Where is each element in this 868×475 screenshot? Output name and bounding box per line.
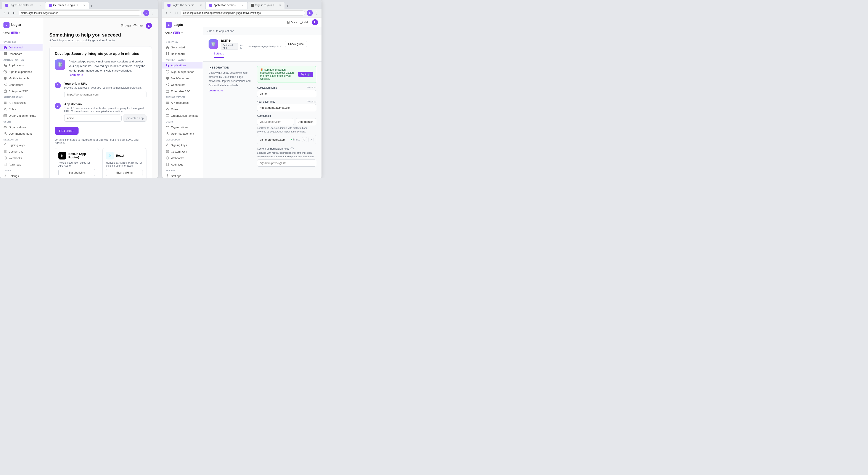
copy-app-id-button[interactable]: ⧉: [280, 45, 282, 48]
url-box-right[interactable]: cloud.logto.io/08fx8w/applications/0h9zg…: [180, 10, 305, 15]
sidebar-item-custom-jwt-left[interactable]: Custom JWT: [0, 148, 43, 155]
right-help-button[interactable]: Help: [300, 21, 309, 24]
refresh-btn-left[interactable]: ↻: [12, 10, 17, 15]
right-sidebar-item-audit[interactable]: Audit logs: [162, 161, 203, 168]
right-sidebar-item-custom-jwt[interactable]: Custom JWT: [162, 148, 203, 155]
sidebar-item-settings-left[interactable]: Settings: [0, 173, 43, 178]
docs-button-left[interactable]: Docs: [121, 24, 131, 28]
open-domain-button[interactable]: ↗: [308, 137, 313, 142]
right-tenant-badge[interactable]: Acme Prod ▼: [162, 31, 203, 37]
right-sidebar-label-api: API resources: [171, 101, 189, 104]
tab-close-left-2[interactable]: ✕: [83, 4, 85, 7]
sidebar-item-roles-left[interactable]: Roles: [0, 106, 43, 112]
right-sidebar-item-api[interactable]: API resources: [162, 99, 203, 106]
right-sidebar-item-settings[interactable]: Settings: [162, 173, 203, 178]
domain-input[interactable]: [64, 114, 122, 122]
help-label-left: Help: [137, 24, 143, 28]
custom-auth-rules-input[interactable]: [257, 160, 316, 167]
back-btn-left[interactable]: ‹: [3, 10, 5, 15]
tab-left-2[interactable]: Get started - Logto Cloud ✕: [45, 2, 89, 9]
help-button-left[interactable]: Help: [133, 24, 143, 28]
tab-right-3[interactable]: Sign in to your account ✕: [248, 2, 284, 9]
sidebar-label-get-started-left: Get started: [9, 46, 23, 49]
tab-settings[interactable]: Settings: [214, 50, 224, 58]
fast-create-button[interactable]: Fast create: [55, 127, 79, 135]
sidebar-item-applications-left[interactable]: Applications: [0, 62, 43, 68]
tab-left-1[interactable]: Logto: The better identity inf... ✕: [2, 2, 45, 9]
user-avatar-right[interactable]: L: [307, 10, 313, 16]
learn-more-link[interactable]: Learn more: [69, 73, 83, 76]
right-sidebar-item-dashboard[interactable]: Dashboard: [162, 50, 203, 57]
sidebar-item-enterprise-left[interactable]: Enterprise SSO: [0, 88, 43, 95]
integration-learn-more[interactable]: Learn more: [209, 89, 252, 92]
right-sidebar-item-orgs[interactable]: Organizations: [162, 124, 203, 130]
tab-close-left-1[interactable]: ✕: [39, 4, 41, 7]
right-sidebar-item-roles[interactable]: Roles: [162, 106, 203, 112]
svg-point-8: [6, 83, 6, 84]
refresh-btn-right[interactable]: ↻: [174, 10, 179, 15]
tab-close-right-1[interactable]: ✕: [200, 4, 202, 7]
connectors-icon-left: [3, 83, 7, 87]
sidebar-item-get-started-left[interactable]: Get started: [0, 44, 43, 50]
tenant-badge-left[interactable]: Acme Prod ▼: [0, 31, 43, 37]
start-building-next[interactable]: Start building: [58, 169, 95, 176]
sidebar-item-connectors-left[interactable]: Connectors: [0, 81, 43, 88]
right-sidebar-item-org-template[interactable]: Organization template: [162, 112, 203, 119]
right-sidebar-item-signin[interactable]: Sign-in experience: [162, 68, 203, 75]
right-user-avatar-top[interactable]: L: [312, 19, 318, 25]
right-sidebar-item-get-started[interactable]: Get started: [162, 44, 203, 50]
right-sidebar-item-signing[interactable]: Signing keys: [162, 142, 203, 148]
right-section-auth: AUTHENTICATION: [162, 57, 203, 62]
url-box-left[interactable]: cloud.logto.io/08fx8w/get-started: [18, 10, 142, 15]
try-it-button[interactable]: Try it 🔗: [298, 72, 313, 77]
back-to-applications-link[interactable]: ‹ Back to applications: [204, 27, 321, 35]
new-tab-button-left[interactable]: +: [89, 4, 94, 8]
app-name-input[interactable]: [257, 90, 316, 97]
sidebar-item-user-mgmt-left[interactable]: User management: [0, 130, 43, 137]
sidebar-label-org-template-left: Organization template: [9, 114, 36, 117]
sidebar-item-signing-left[interactable]: Signing keys: [0, 142, 43, 148]
tab-right-1[interactable]: Logto: The better identity inf... ✕: [164, 2, 205, 9]
add-domain-button[interactable]: Add domain: [296, 118, 316, 125]
sidebar-item-webhooks-left[interactable]: Webhooks: [0, 155, 43, 161]
tab-close-right-2[interactable]: ✕: [242, 4, 244, 7]
user-avatar-top-left[interactable]: L: [146, 23, 152, 29]
right-sidebar-item-user-mgmt[interactable]: User management: [162, 130, 203, 137]
forward-btn-right[interactable]: ›: [169, 10, 172, 15]
sidebar-item-api-left[interactable]: API resources: [0, 99, 43, 106]
menu-btn-left[interactable]: ⋮: [150, 10, 155, 16]
more-options-button[interactable]: ⋯: [309, 41, 316, 47]
tab-right-2[interactable]: Application details - Logto Cl... ✕: [206, 2, 247, 9]
right-docs-button[interactable]: Docs: [287, 21, 297, 24]
user-avatar-left[interactable]: L: [143, 10, 149, 16]
right-sidebar-item-mfa[interactable]: Multi-factor auth: [162, 75, 203, 81]
tab-close-right-3[interactable]: ✕: [279, 4, 281, 7]
step-1-row: 1 Your origin URL Provide the address of…: [55, 82, 147, 98]
origin-url-form-input[interactable]: [257, 104, 316, 111]
origin-url-input[interactable]: [64, 91, 147, 98]
sidebar-item-audit-left[interactable]: Audit logs: [0, 161, 43, 168]
right-sidebar-item-connectors[interactable]: Connectors: [162, 81, 203, 88]
sidebar-item-orgs-left[interactable]: Organizations: [0, 124, 43, 130]
check-guide-button[interactable]: Check guide: [285, 41, 307, 47]
sidebar-item-mfa-left[interactable]: Multi-factor auth: [0, 75, 43, 81]
right-sidebar-item-applications[interactable]: Applications: [162, 62, 203, 68]
app-meta: Protected App App ID 0h9zgiwzz0y0gd0to0y…: [221, 43, 282, 50]
right-mfa-icon: [166, 76, 169, 80]
right-sidebar-item-webhooks[interactable]: Webhooks: [162, 155, 203, 161]
forward-btn-left[interactable]: ›: [7, 10, 10, 15]
sidebar-item-dashboard-left[interactable]: Dashboard: [0, 50, 43, 57]
back-btn-right[interactable]: ‹: [165, 10, 168, 15]
app-domain-input[interactable]: [257, 118, 294, 125]
sidebar-item-signin-left[interactable]: Sign-in experience: [0, 68, 43, 75]
copy-domain-button[interactable]: ⧉: [302, 137, 307, 142]
new-tab-button-right[interactable]: +: [285, 4, 290, 8]
start-building-react[interactable]: Start building: [106, 169, 143, 176]
custom-auth-rules-info-icon[interactable]: i: [290, 147, 293, 150]
settings-content: INTEGRATION Deploy with Logto secure wor…: [204, 62, 321, 178]
svg-point-15: [4, 132, 6, 134]
menu-btn-right[interactable]: ⋮: [314, 10, 319, 16]
right-sidebar-item-enterprise[interactable]: Enterprise SSO: [162, 88, 203, 95]
top-actions-left: Docs Help L: [49, 23, 152, 29]
sidebar-item-org-template-left[interactable]: Organization template: [0, 112, 43, 119]
